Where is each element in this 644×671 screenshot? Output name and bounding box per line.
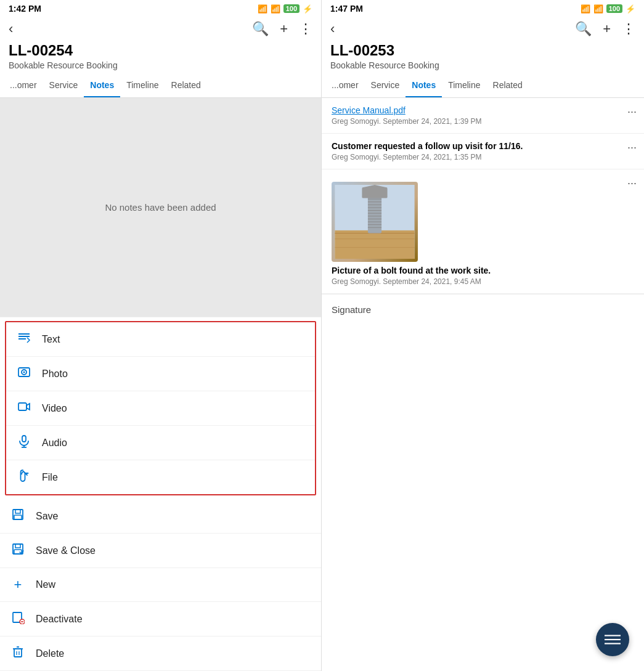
status-bar-left: 1:42 PM 📶 📶 100 ⚡ <box>0 0 321 17</box>
more-button-right[interactable]: ⋮ <box>622 21 635 37</box>
menu-photo-label: Photo <box>42 368 68 380</box>
tab-timeline-right[interactable]: Timeline <box>442 74 486 98</box>
file-icon <box>16 469 32 486</box>
more-button-note2[interactable]: ··· <box>627 141 637 154</box>
menu-item-save-close[interactable]: Save & Close <box>0 534 321 568</box>
tab-customer-left[interactable]: ...omer <box>4 74 43 98</box>
menu-item-video[interactable]: Video <box>6 391 315 426</box>
note-item-bolt: ··· <box>322 169 644 294</box>
no-notes-label: No notes have been added <box>105 202 216 213</box>
time-right: 1:47 PM <box>330 4 363 14</box>
status-icons-right: 📶 📶 100 ⚡ <box>581 4 635 14</box>
svg-rect-15 <box>15 544 20 548</box>
menu-audio-label: Audio <box>42 437 67 449</box>
fab-button[interactable] <box>596 623 629 656</box>
svg-rect-20 <box>14 649 22 657</box>
new-icon: + <box>10 577 26 593</box>
save-icon <box>10 508 26 524</box>
svg-rect-47 <box>605 643 621 644</box>
more-button-note1[interactable]: ··· <box>627 105 637 118</box>
title-area-left: LL-00254 Bookable Resource Booking <box>0 39 321 74</box>
signal-icon-right: 📶 <box>581 4 590 14</box>
menu-item-file[interactable]: File <box>6 460 315 494</box>
signal-icon-left: 📶 <box>258 4 267 14</box>
status-bar-right: 1:47 PM 📶 📶 100 ⚡ <box>322 0 644 17</box>
status-icons-left: 📶 📶 100 ⚡ <box>258 4 312 14</box>
note-item-pdf: Service Manual.pdf Greg Somogyi. Septemb… <box>322 98 644 134</box>
signature-label: Signature <box>332 304 371 315</box>
header-left: ‹ 🔍 + ⋮ <box>0 17 321 39</box>
menu-item-save[interactable]: Save <box>0 499 321 534</box>
menu-item-audio[interactable]: Audio <box>6 426 315 460</box>
notes-list: Service Manual.pdf Greg Somogyi. Septemb… <box>322 98 644 671</box>
note-meta-followup: Greg Somogyi. September 24, 2021, 1:35 P… <box>332 153 634 161</box>
note-item-followup: Customer requested a follow up visit for… <box>322 134 644 169</box>
save-close-icon <box>10 542 26 559</box>
header-actions-left: 🔍 + ⋮ <box>252 21 312 37</box>
menu-list: Text Photo <box>0 317 321 671</box>
header-right: ‹ 🔍 + ⋮ <box>322 17 644 39</box>
menu-item-new[interactable]: + New <box>0 568 321 602</box>
text-icon <box>16 331 32 348</box>
new-label: New <box>36 579 55 590</box>
svg-point-5 <box>23 372 25 373</box>
delete-icon <box>10 645 26 662</box>
menu-video-label: Video <box>42 403 67 414</box>
note-title-pdf[interactable]: Service Manual.pdf <box>332 105 634 115</box>
note-title-bolt: Picture of a bolt found at the work site… <box>332 266 634 275</box>
svg-rect-46 <box>605 639 621 640</box>
deactivate-label: Deactivate <box>36 614 83 625</box>
tab-customer-right[interactable]: ...omer <box>325 74 365 98</box>
menu-item-delete[interactable]: Delete <box>0 636 321 671</box>
svg-rect-45 <box>605 635 621 636</box>
save-close-label: Save & Close <box>36 545 96 556</box>
record-id-right: LL-00253 <box>330 42 635 59</box>
title-area-right: LL-00253 Bookable Resource Booking <box>322 39 644 74</box>
more-button-note3[interactable]: ··· <box>627 177 637 190</box>
tab-timeline-left[interactable]: Timeline <box>120 74 165 98</box>
tabs-left: ...omer Service Notes Timeline Related <box>0 74 321 98</box>
photo-icon <box>16 365 32 382</box>
signature-area[interactable]: Signature <box>322 294 644 325</box>
header-actions-right: 🔍 + ⋮ <box>575 21 635 37</box>
tab-notes-left[interactable]: Notes <box>84 74 120 98</box>
wifi-icon-right: 📶 <box>593 4 603 14</box>
back-button-right[interactable]: ‹ <box>330 21 335 37</box>
charging-icon-right: ⚡ <box>626 4 635 14</box>
left-panel: 1:42 PM 📶 📶 100 ⚡ ‹ 🔍 + ⋮ LL-00254 Booka… <box>0 0 322 671</box>
note-title-followup: Customer requested a follow up visit for… <box>332 141 634 151</box>
save-label: Save <box>36 511 58 522</box>
svg-rect-6 <box>18 403 26 410</box>
note-meta-pdf: Greg Somogyi. September 24, 2021, 1:39 P… <box>332 117 634 126</box>
tab-service-right[interactable]: Service <box>365 74 406 98</box>
battery-right: 100 <box>606 4 622 13</box>
fab-menu-icon <box>605 632 621 648</box>
record-id-left: LL-00254 <box>9 42 312 59</box>
menu-text-label: Text <box>42 334 60 345</box>
svg-rect-26 <box>335 230 414 259</box>
svg-rect-12 <box>15 510 20 513</box>
menu-item-photo[interactable]: Photo <box>6 357 315 391</box>
search-button-right[interactable]: 🔍 <box>575 21 592 37</box>
back-button-left[interactable]: ‹ <box>9 21 13 37</box>
battery-left: 100 <box>283 4 300 13</box>
menu-item-deactivate[interactable]: Deactivate <box>0 602 321 636</box>
tab-related-right[interactable]: Related <box>487 74 529 98</box>
search-button-left[interactable]: 🔍 <box>252 21 269 37</box>
right-panel: 1:47 PM 📶 📶 100 ⚡ ‹ 🔍 + ⋮ LL-00253 Booka… <box>322 0 644 671</box>
menu-file-label: File <box>42 472 58 483</box>
delete-label: Delete <box>36 648 64 659</box>
tab-notes-right[interactable]: Notes <box>406 74 442 98</box>
menu-item-text[interactable]: Text <box>6 322 315 357</box>
wifi-icon-left: 📶 <box>271 4 280 14</box>
svg-rect-13 <box>14 515 22 519</box>
record-type-left: Bookable Resource Booking <box>9 60 312 70</box>
add-button-right[interactable]: + <box>603 21 611 37</box>
tab-service-left[interactable]: Service <box>43 74 84 98</box>
charging-icon-left: ⚡ <box>303 4 312 14</box>
deactivate-icon <box>10 611 26 627</box>
tab-related-left[interactable]: Related <box>165 74 207 98</box>
more-button-left[interactable]: ⋮ <box>299 21 312 37</box>
notes-empty-area: No notes have been added <box>0 98 321 317</box>
add-button-left[interactable]: + <box>280 21 288 37</box>
